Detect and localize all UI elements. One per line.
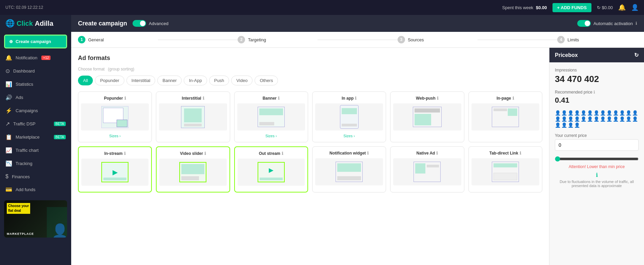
out-stream-label: Out stream bbox=[259, 151, 280, 156]
marketplace-icon: 📋 bbox=[5, 134, 12, 140]
step-3[interactable]: 3 Sources bbox=[398, 36, 478, 43]
video-slider-preview bbox=[159, 159, 226, 186]
auto-activation-info-icon[interactable]: ℹ bbox=[636, 21, 637, 26]
tab-others[interactable]: Others bbox=[255, 76, 278, 85]
banner-info-icon[interactable]: ℹ bbox=[278, 96, 280, 101]
native-ad-info-icon[interactable]: ℹ bbox=[436, 151, 438, 156]
sidebar-item-traffic-chart[interactable]: 📈 Traffic chart bbox=[0, 144, 71, 157]
topbar: UTC: 02.09 12:22:12 Spent this week $0.0… bbox=[0, 0, 644, 15]
sidebar-item-tracking[interactable]: 📉 Tracking bbox=[0, 157, 71, 170]
step-2-num: 2 bbox=[238, 36, 245, 43]
sidebar-item-add-funds[interactable]: 💳 Add funds bbox=[0, 183, 71, 196]
recommended-info-icon[interactable]: ℹ bbox=[593, 90, 595, 95]
in-app-sizes-link[interactable]: Sizes › bbox=[343, 134, 355, 138]
format-card-banner[interactable]: Banner ℹ Sizes › bbox=[234, 91, 308, 142]
person-icon: 👤 bbox=[619, 116, 625, 122]
people-visualization: 👤 👤 👤 👤 👤 👤 👤 👤 👤 👤 👤 👤 👤 👤 bbox=[555, 110, 639, 128]
refresh-icon[interactable]: ↻ $0.00 bbox=[597, 5, 613, 10]
format-card-in-app[interactable]: In app ℹ Sizes › bbox=[312, 91, 386, 142]
price-input[interactable] bbox=[555, 139, 639, 151]
step-1[interactable]: 1 General bbox=[78, 36, 158, 43]
tab-direct-info-icon[interactable]: ℹ bbox=[520, 151, 521, 156]
choose-format-label: Choose format (group sorting) bbox=[78, 66, 542, 72]
sidebar-item-label: Dashboard bbox=[13, 68, 35, 74]
person-icon: 👤 bbox=[632, 110, 638, 116]
sidebar-item-marketplace[interactable]: 📋 Marketplace BETA bbox=[0, 130, 71, 144]
format-card-notification-widget[interactable]: Notification widget ℹ bbox=[312, 146, 386, 192]
in-app-info-icon[interactable]: ℹ bbox=[355, 96, 357, 101]
format-card-video-slider[interactable]: Video slider ℹ bbox=[156, 146, 230, 192]
tab-all[interactable]: All bbox=[78, 76, 93, 85]
in-stream-info-icon[interactable]: ℹ bbox=[124, 151, 126, 156]
auto-activation-toggle[interactable] bbox=[577, 20, 591, 27]
sidebar-item-dashboard[interactable]: ⊙ Dashboard bbox=[0, 64, 71, 78]
format-card-tab-direct[interactable]: Tab-direct Link ℹ bbox=[468, 146, 542, 192]
tab-video[interactable]: Video bbox=[231, 76, 253, 85]
auto-activation-label: Automatic activation bbox=[593, 21, 633, 26]
sidebar-item-statistics[interactable]: 📊 Statistics bbox=[0, 78, 71, 91]
in-page-label: In-page bbox=[497, 96, 511, 101]
formats-panel: Ad formats Choose format (group sorting)… bbox=[71, 48, 549, 265]
format-card-native-ad[interactable]: Native Ad ℹ bbox=[390, 146, 464, 192]
bell-icon[interactable]: 🔔 bbox=[618, 4, 626, 11]
format-card-out-stream[interactable]: Out stream ℹ bbox=[234, 146, 308, 192]
tab-popunder[interactable]: Popunder bbox=[95, 76, 124, 85]
step-2[interactable]: 2 Targeting bbox=[238, 36, 318, 43]
tab-in-app[interactable]: In-App bbox=[184, 76, 207, 85]
format-card-web-push[interactable]: Web-push ℹ bbox=[390, 91, 464, 142]
price-warning[interactable]: Attention! Lower than min price bbox=[555, 164, 639, 169]
format-card-in-stream[interactable]: In-stream ℹ bbox=[78, 146, 152, 192]
sidebar-item-notification[interactable]: 🔔 Notification +12 bbox=[0, 51, 71, 64]
step-4[interactable]: 4 Limits bbox=[557, 36, 637, 43]
datetime: UTC: 02.09 12:22:12 bbox=[5, 5, 43, 10]
format-card-in-page[interactable]: In-page ℹ bbox=[468, 91, 542, 142]
sidebar-item-label: Statistics bbox=[16, 82, 33, 87]
sidebar-item-finances[interactable]: $ Finances bbox=[0, 170, 71, 183]
popunder-info-icon[interactable]: ℹ bbox=[124, 96, 126, 101]
sidebar-advertisement[interactable]: Choose yourflat deal MARKETPLACE 👤 bbox=[4, 200, 67, 238]
popunder-sizes-link[interactable]: Sizes › bbox=[109, 134, 121, 138]
price-slider[interactable] bbox=[555, 156, 639, 162]
finances-icon: $ bbox=[5, 174, 8, 180]
impressions-label: Impressions bbox=[555, 68, 639, 73]
person-icon: 👤 bbox=[606, 116, 612, 122]
format-card-popunder[interactable]: Popunder ℹ Sizes › bbox=[78, 91, 152, 142]
sidebar-item-ads[interactable]: 🔊 Ads bbox=[0, 91, 71, 104]
person-icon: 👤 bbox=[606, 110, 612, 116]
tab-direct-label: Tab-direct Link bbox=[489, 151, 518, 156]
banner-preview bbox=[237, 103, 305, 130]
out-stream-info-icon[interactable]: ℹ bbox=[282, 151, 283, 156]
sidebar-item-campaigns[interactable]: ⚡ Campaigns bbox=[0, 104, 71, 117]
notification-widget-preview bbox=[315, 158, 383, 185]
pricebox-header: Pricebox ↻ bbox=[549, 48, 644, 62]
price-input-wrap bbox=[555, 139, 639, 151]
sidebar-item-traffic-dsp[interactable]: ↗ Traffic DSP BETA bbox=[0, 117, 71, 130]
tab-interstitial[interactable]: Interstitial bbox=[126, 76, 156, 85]
person-icon: 👤 bbox=[581, 110, 586, 116]
video-slider-info-icon[interactable]: ℹ bbox=[204, 151, 206, 156]
web-push-label: Web-push bbox=[416, 96, 436, 101]
dashboard-icon: ⊙ bbox=[5, 68, 10, 74]
format-card-interstitial[interactable]: Interstitial ℹ bbox=[156, 91, 230, 142]
advanced-toggle[interactable] bbox=[133, 20, 146, 27]
pricebox-refresh-icon[interactable]: ↻ bbox=[634, 52, 639, 58]
page-content: Ad formats Choose format (group sorting)… bbox=[71, 48, 644, 265]
web-push-info-icon[interactable]: ℹ bbox=[437, 96, 439, 101]
interstitial-info-icon[interactable]: ℹ bbox=[203, 96, 204, 101]
create-campaign-button[interactable]: ⊕ Create campaign bbox=[4, 35, 67, 48]
plus-icon: ⊕ bbox=[9, 39, 13, 44]
person-icon: 👤 bbox=[568, 122, 573, 128]
tab-push[interactable]: Push bbox=[209, 76, 229, 85]
notification-widget-info-icon[interactable]: ℹ bbox=[367, 151, 369, 156]
in-page-info-icon[interactable]: ℹ bbox=[512, 96, 514, 101]
tab-banner[interactable]: Banner bbox=[157, 76, 182, 85]
step-4-label: Limits bbox=[567, 37, 579, 42]
user-icon[interactable]: 👤 bbox=[631, 4, 639, 11]
person-icon: 👤 bbox=[555, 122, 561, 128]
person-icon: 👤 bbox=[561, 122, 567, 128]
banner-sizes-link[interactable]: Sizes › bbox=[265, 134, 277, 138]
notification-badge: +12 bbox=[41, 56, 51, 60]
add-funds-button[interactable]: + ADD FUNDS bbox=[552, 3, 591, 12]
topbar-right: Spent this week $0.00 + ADD FUNDS ↻ $0.0… bbox=[502, 3, 639, 12]
ad-marketplace-label: MARKETPLACE bbox=[7, 232, 34, 236]
